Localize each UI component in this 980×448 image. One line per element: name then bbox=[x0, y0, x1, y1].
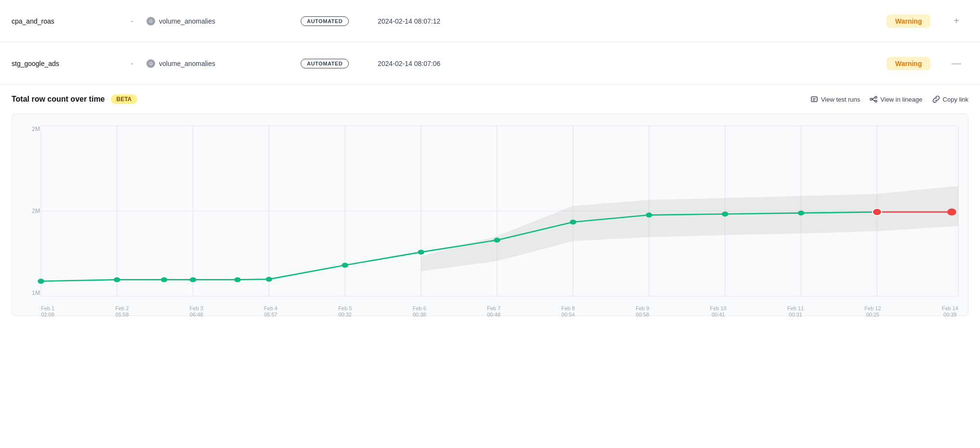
line-chart-svg bbox=[41, 126, 958, 296]
svg-point-25 bbox=[114, 277, 120, 282]
svg-point-28 bbox=[234, 277, 241, 282]
status-badge-2: Warning bbox=[887, 57, 930, 70]
table-row-1: cpa_and_roas - ⊙ volume_anomalies AUTOMA… bbox=[0, 0, 980, 42]
chart-header: Total row count over time BETA View test… bbox=[12, 94, 968, 104]
svg-line-7 bbox=[872, 100, 875, 101]
svg-point-31 bbox=[418, 250, 424, 254]
chart-area: 2M 2M 1M bbox=[41, 126, 958, 296]
status-badge: Warning bbox=[887, 14, 930, 28]
beta-badge: BETA bbox=[111, 94, 138, 104]
y-label-mid: 2M bbox=[16, 208, 40, 214]
x-label-8: Feb 9 00:58 bbox=[636, 305, 649, 317]
row2-check: ⊙ volume_anomalies bbox=[146, 59, 301, 68]
row1-badge: AUTOMATED bbox=[301, 16, 378, 26]
chart-section: Total row count over time BETA View test… bbox=[0, 85, 980, 328]
row1-name: cpa_and_roas bbox=[12, 17, 118, 25]
x-label-3: Feb 4 05:57 bbox=[264, 305, 278, 317]
x-label-5: Feb 6 00:38 bbox=[412, 305, 426, 317]
svg-point-30 bbox=[342, 263, 348, 267]
svg-point-27 bbox=[190, 277, 197, 282]
x-label-9: Feb 10 00:41 bbox=[710, 305, 727, 317]
svg-point-36 bbox=[798, 211, 805, 215]
test-runs-icon bbox=[810, 95, 818, 103]
x-label-6: Feb 7 00:48 bbox=[487, 305, 501, 317]
row1-check-name: volume_anomalies bbox=[159, 17, 215, 25]
copy-link-icon bbox=[932, 95, 940, 103]
x-axis-labels: Feb 1 02:08 Feb 2 05:58 Feb 3 06:48 Feb … bbox=[41, 305, 958, 317]
copy-link-label: Copy link bbox=[943, 96, 968, 103]
x-label-11: Feb 12 00:25 bbox=[864, 305, 881, 317]
chart-title: Total row count over time bbox=[12, 95, 105, 104]
view-test-runs-label: View test runs bbox=[821, 96, 860, 103]
x-label-2: Feb 3 06:48 bbox=[190, 305, 203, 317]
check-type-icon-2: ⊙ bbox=[146, 59, 155, 68]
row1-action[interactable]: + bbox=[944, 15, 968, 26]
svg-line-6 bbox=[872, 98, 875, 99]
x-label-10: Feb 11 00:31 bbox=[787, 305, 804, 317]
x-label-7: Feb 8 00:54 bbox=[561, 305, 575, 317]
x-label-12: Feb 14 00:39 bbox=[942, 305, 958, 317]
row2-badge: AUTOMATED bbox=[301, 59, 378, 68]
automated-badge: AUTOMATED bbox=[301, 16, 349, 26]
row1-status: Warning bbox=[887, 14, 944, 28]
row2-name: stg_google_ads bbox=[12, 60, 118, 67]
svg-point-3 bbox=[870, 98, 872, 100]
chart-title-area: Total row count over time BETA bbox=[12, 94, 137, 104]
svg-point-5 bbox=[875, 100, 877, 102]
row1-dash: - bbox=[118, 17, 146, 25]
row2-check-name: volume_anomalies bbox=[159, 60, 215, 67]
row2-action[interactable]: — bbox=[944, 58, 968, 69]
check-type-icon: ⊙ bbox=[146, 17, 155, 26]
view-in-lineage-label: View in lineage bbox=[880, 96, 922, 103]
y-label-bottom: 1M bbox=[16, 290, 40, 296]
svg-point-33 bbox=[570, 220, 577, 224]
lineage-icon bbox=[870, 95, 877, 103]
chart-actions: View test runs View in lineage Copy link bbox=[810, 95, 968, 103]
x-label-1: Feb 2 05:58 bbox=[115, 305, 129, 317]
svg-point-4 bbox=[875, 96, 877, 98]
svg-point-39 bbox=[873, 209, 882, 216]
row1-check: ⊙ volume_anomalies bbox=[146, 17, 301, 26]
svg-point-26 bbox=[161, 277, 168, 282]
svg-point-35 bbox=[722, 211, 728, 216]
svg-point-32 bbox=[494, 237, 501, 242]
view-in-lineage-button[interactable]: View in lineage bbox=[870, 95, 922, 103]
svg-rect-0 bbox=[811, 97, 817, 102]
svg-point-34 bbox=[646, 212, 652, 217]
automated-badge-2: AUTOMATED bbox=[301, 59, 349, 68]
row2-dash: - bbox=[118, 60, 146, 67]
x-label-0: Feb 1 02:08 bbox=[41, 305, 54, 317]
row2-time: 2024-02-14 08:07:06 bbox=[378, 60, 887, 67]
row1-time: 2024-02-14 08:07:12 bbox=[378, 17, 887, 25]
chart-wrapper: 2M 2M 1M bbox=[12, 114, 968, 316]
view-test-runs-button[interactable]: View test runs bbox=[810, 95, 860, 103]
x-label-4: Feb 5 00:32 bbox=[338, 305, 352, 317]
svg-point-38 bbox=[947, 209, 956, 216]
copy-link-button[interactable]: Copy link bbox=[932, 95, 968, 103]
svg-point-29 bbox=[265, 277, 272, 281]
row2-status: Warning bbox=[887, 57, 944, 70]
y-label-top: 2M bbox=[16, 126, 40, 132]
table-row-2: stg_google_ads - ⊙ volume_anomalies AUTO… bbox=[0, 42, 980, 85]
y-axis-labels: 2M 2M 1M bbox=[16, 126, 40, 296]
